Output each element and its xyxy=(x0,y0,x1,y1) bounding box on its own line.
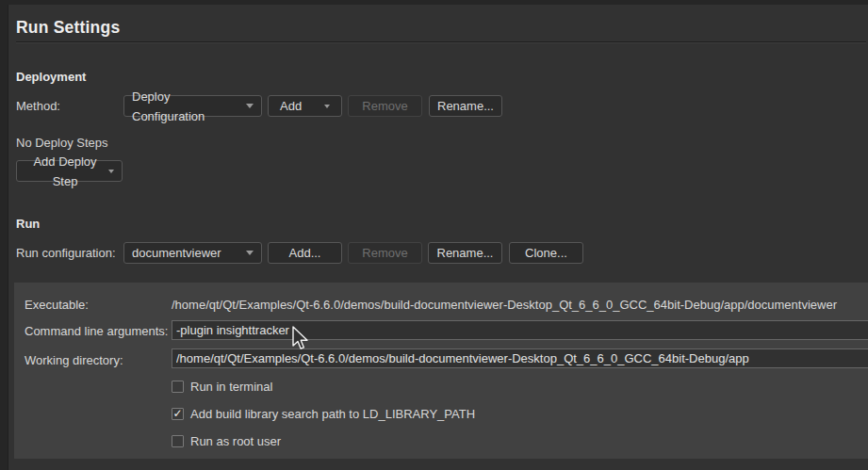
run-as-root-label: Run as root user xyxy=(190,434,281,448)
run-section-header: Run xyxy=(16,217,40,231)
deploy-add-label: Add xyxy=(280,96,302,116)
working-directory-input[interactable] xyxy=(172,348,868,368)
executable-path: /home/qt/Qt/Examples/Qt-6.6.0/demos/buil… xyxy=(172,298,837,312)
deploy-method-value: Deploy Configuration xyxy=(132,87,246,126)
settings-scroll-area: Run Settings Deployment Method: Deploy C… xyxy=(8,5,868,470)
run-add-button[interactable]: Add... xyxy=(268,242,342,264)
run-as-root-checkbox[interactable] xyxy=(172,435,184,447)
add-deploy-step-button[interactable]: Add Deploy Step xyxy=(16,160,123,182)
add-deploy-step-label: Add Deploy Step xyxy=(25,152,106,191)
chevron-down-icon xyxy=(246,104,254,108)
run-configuration-label: Run configuration: xyxy=(16,242,116,264)
executable-label: Executable: xyxy=(25,298,89,312)
working-directory-label: Working directory: xyxy=(25,353,123,367)
chevron-down-icon xyxy=(324,105,330,108)
page-title: Run Settings xyxy=(16,18,120,38)
add-library-path-option[interactable]: ✓ Add build library search path to LD_LI… xyxy=(172,407,475,421)
run-in-terminal-option[interactable]: Run in terminal xyxy=(172,380,272,394)
method-label: Method: xyxy=(16,95,60,117)
deploy-rename-button[interactable]: Rename... xyxy=(429,95,502,117)
add-library-path-checkbox[interactable]: ✓ xyxy=(172,408,184,420)
run-in-terminal-checkbox[interactable] xyxy=(172,381,184,393)
deploy-add-button[interactable]: Add xyxy=(268,95,342,117)
run-configuration-combobox[interactable]: documentviewer xyxy=(123,242,262,264)
run-as-root-option[interactable]: Run as root user xyxy=(172,434,281,448)
run-remove-button: Remove xyxy=(348,242,422,264)
run-settings-page: Run Settings Deployment Method: Deploy C… xyxy=(0,0,868,470)
add-library-path-label: Add build library search path to LD_LIBR… xyxy=(190,407,475,421)
command-line-arguments-label: Command line arguments: xyxy=(25,324,168,338)
deploy-remove-button: Remove xyxy=(348,95,422,117)
run-in-terminal-label: Run in terminal xyxy=(190,380,272,394)
deployment-section-header: Deployment xyxy=(16,70,86,84)
run-rename-button[interactable]: Rename... xyxy=(428,242,502,264)
command-line-arguments-input[interactable] xyxy=(172,320,868,340)
run-configuration-value: documentviewer xyxy=(132,243,221,263)
chevron-down-icon xyxy=(246,251,254,255)
run-details-panel: Executable: /home/qt/Qt/Examples/Qt-6.6.… xyxy=(14,283,868,459)
title-divider xyxy=(16,41,866,43)
no-deploy-steps-text: No Deploy Steps xyxy=(16,136,108,150)
deploy-method-combobox[interactable]: Deploy Configuration xyxy=(123,95,262,117)
chevron-down-icon xyxy=(108,170,114,173)
run-clone-button[interactable]: Clone... xyxy=(509,242,583,264)
